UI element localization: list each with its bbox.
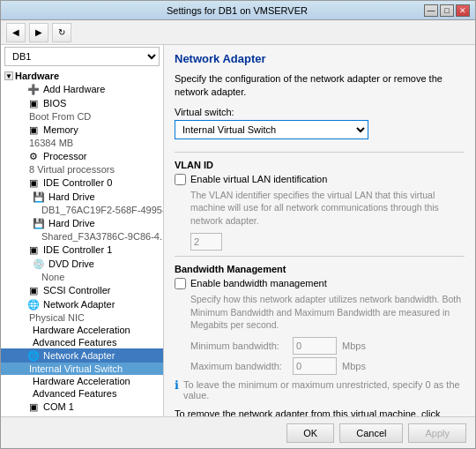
memory-item[interactable]: ▣ Memory <box>1 123 163 137</box>
panel-desc: Specify the configuration of the network… <box>175 72 465 100</box>
add-hardware-item[interactable]: ➕ Add Hardware <box>1 82 163 96</box>
hardware-section[interactable]: ▼ Hardware <box>1 70 163 82</box>
bios-item[interactable]: ▣ BIOS <box>1 96 163 110</box>
close-button[interactable]: ✕ <box>456 4 470 17</box>
hdd1-icon: 💾 <box>33 191 45 203</box>
hardware-expand[interactable]: ▼ <box>4 71 13 80</box>
processor-icon: ⚙ <box>27 150 40 162</box>
min-bw-unit: Mbps <box>342 340 366 351</box>
main-panel: Network Adapter Specify the configuratio… <box>164 45 475 416</box>
com1-icon: ▣ <box>27 400 40 413</box>
sidebar-header: DB1 <box>1 45 163 68</box>
min-bw-input <box>293 337 337 355</box>
bandwidth-info: Specify how this network adapter utilize… <box>190 293 465 332</box>
processor-sub: 8 Virtual processors <box>1 163 163 176</box>
ide0-item[interactable]: ▣ IDE Controller 0 <box>1 176 163 190</box>
max-bw-input <box>293 357 337 375</box>
hdd2-sub: Shared_F3A3786C-9C86-4... <box>1 230 163 243</box>
refresh-button[interactable]: ↻ <box>52 23 71 42</box>
nic1-icon: 🌐 <box>27 298 40 311</box>
button-bar: OK Cancel Apply <box>1 416 475 448</box>
min-bw-label: Minimum bandwidth: <box>190 340 287 351</box>
virtual-switch-label: Virtual switch: <box>175 107 465 117</box>
hdd1-sub: DB1_76AC19F2-568F-4995-... <box>1 204 163 216</box>
vlan-info: The VLAN identifier specifies the virtua… <box>190 189 465 228</box>
vm-selector[interactable]: DB1 <box>4 47 160 66</box>
toolbar: ◀ ▶ ↻ <box>1 20 475 45</box>
info-icon: ℹ <box>175 378 179 392</box>
settings-window: Settings for DB1 on VMSERVER — □ ✕ ◀ ▶ ↻… <box>0 0 476 449</box>
vlan-input <box>190 233 222 251</box>
virtual-switch-select[interactable]: Internal Virtual Switch <box>175 120 368 139</box>
bios-icon: ▣ <box>27 97 40 109</box>
ide1-icon: ▣ <box>27 243 40 256</box>
vlan-section-label: VLAN ID <box>175 160 465 170</box>
vlan-value-box <box>190 233 465 251</box>
cancel-button[interactable]: Cancel <box>339 423 403 443</box>
title-controls: — □ ✕ <box>424 4 470 17</box>
remove-desc: To remove the network adapter from this … <box>175 408 465 416</box>
bandwidth-label: Bandwidth Management <box>175 264 465 274</box>
vlan-checkbox[interactable] <box>175 174 186 185</box>
memory-sub: 16384 MB <box>1 137 163 149</box>
apply-button[interactable]: Apply <box>408 423 466 443</box>
processor-item[interactable]: ⚙ Processor <box>1 149 163 163</box>
min-bandwidth-row: Minimum bandwidth: Mbps <box>190 337 465 355</box>
window-title: Settings for DB1 on VMSERVER <box>50 5 424 16</box>
bandwidth-hint-row: ℹ To leave the minimum or maximum unrest… <box>175 379 465 400</box>
dvd-item[interactable]: 💿 DVD Drive <box>1 257 163 271</box>
nic2-ivswitch[interactable]: Internal Virtual Switch <box>1 363 163 375</box>
scsi-icon: ▣ <box>27 284 40 296</box>
hdd2-icon: 💾 <box>33 217 45 229</box>
bandwidth-checkbox-row: Enable bandwidth management <box>175 278 465 289</box>
minimize-button[interactable]: — <box>424 4 438 17</box>
nic1-hwaccel[interactable]: Hardware Acceleration <box>1 324 163 336</box>
maximize-button[interactable]: □ <box>440 4 454 17</box>
nic2-icon: 🌐 <box>27 349 40 362</box>
add-icon: ➕ <box>27 83 40 95</box>
bandwidth-section: Bandwidth Management Enable bandwidth ma… <box>175 264 465 400</box>
ide1-item[interactable]: ▣ IDE Controller 1 <box>1 243 163 257</box>
forward-button[interactable]: ▶ <box>29 23 48 42</box>
tree: ▼ Hardware ➕ Add Hardware ▣ BIOS Boot Fr… <box>1 68 163 416</box>
bandwidth-checkbox[interactable] <box>175 278 186 289</box>
harddrive2-item[interactable]: 💾 Hard Drive <box>1 216 163 230</box>
bandwidth-hint: To leave the minimum or maximum unrestri… <box>183 379 465 400</box>
vlan-checkbox-label[interactable]: Enable virtual LAN identification <box>190 174 327 184</box>
nic2-hwaccel[interactable]: Hardware Acceleration <box>1 375 163 387</box>
scsi-item[interactable]: ▣ SCSI Controller <box>1 283 163 297</box>
vlan-checkbox-row: Enable virtual LAN identification <box>175 174 465 185</box>
max-bandwidth-row: Maximum bandwidth: Mbps <box>190 357 465 375</box>
bios-sub: Boot From CD <box>1 110 163 123</box>
ide0-icon: ▣ <box>27 176 40 189</box>
sidebar: DB1 ▼ Hardware ➕ Add Hardware ▣ BIOS <box>1 45 164 416</box>
content-area: DB1 ▼ Hardware ➕ Add Hardware ▣ BIOS <box>1 45 475 416</box>
dvd-icon: 💿 <box>33 258 45 270</box>
nic1-advanced[interactable]: Advanced Features <box>1 336 163 348</box>
com1-item[interactable]: ▣ COM 1 <box>1 400 163 414</box>
panel-title: Network Adapter <box>175 52 465 65</box>
memory-icon: ▣ <box>27 123 40 136</box>
nic1-item[interactable]: 🌐 Network Adapter <box>1 297 163 311</box>
harddrive1-item[interactable]: 💾 Hard Drive <box>1 190 163 204</box>
max-bw-label: Maximum bandwidth: <box>190 361 287 371</box>
nic1-sub: Physical NIC <box>1 311 163 324</box>
ok-button[interactable]: OK <box>286 423 334 443</box>
dvd-sub: None <box>1 271 163 283</box>
nic2-advanced[interactable]: Advanced Features <box>1 387 163 400</box>
back-button[interactable]: ◀ <box>6 23 26 42</box>
bandwidth-checkbox-label[interactable]: Enable bandwidth management <box>190 278 327 288</box>
title-bar: Settings for DB1 on VMSERVER — □ ✕ <box>1 1 475 20</box>
max-bw-unit: Mbps <box>342 361 366 371</box>
nic2-item[interactable]: 🌐 Network Adapter <box>1 348 163 363</box>
